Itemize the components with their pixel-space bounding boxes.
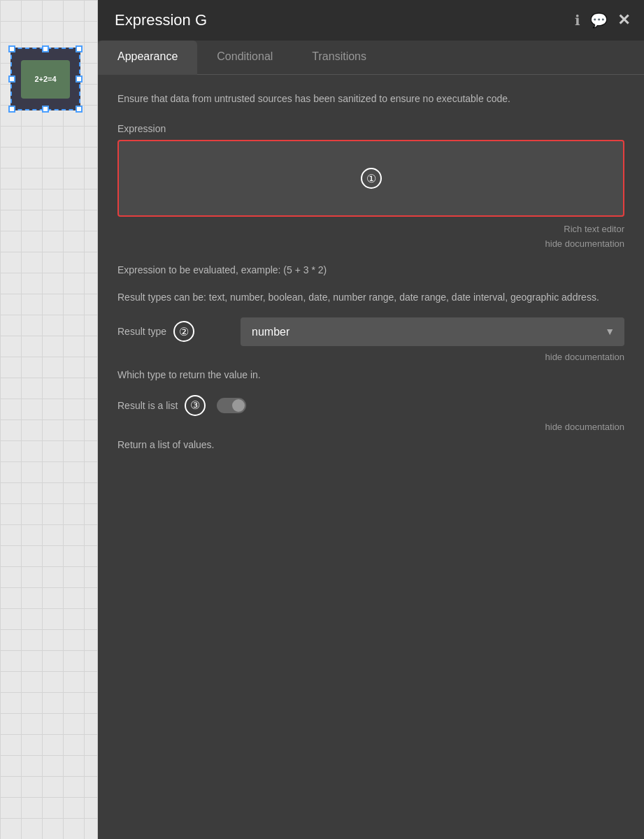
tab-appearance[interactable]: Appearance — [98, 41, 197, 75]
tabs: Appearance Conditional Transitions — [98, 41, 644, 75]
panel-header: Expression G ℹ 💬 ✕ — [98, 0, 644, 41]
result-type-help: Which type to return the value in. — [117, 368, 624, 382]
result-list-label-group: Result is a list ③ — [117, 395, 206, 416]
expression-label: Expression — [117, 123, 624, 134]
panel-title: Expression G — [115, 11, 207, 29]
result-type-doc: hide documentation — [117, 352, 624, 362]
result-type-hide-doc[interactable]: hide documentation — [545, 352, 624, 362]
result-type-circle: ② — [173, 321, 194, 342]
expression-hide-doc-link[interactable]: hide documentation — [117, 237, 624, 252]
info-icon[interactable]: ℹ — [575, 13, 580, 27]
header-icons: ℹ 💬 ✕ — [575, 13, 630, 28]
result-type-label-group: Result type ② — [117, 321, 229, 342]
tab-transitions[interactable]: Transitions — [292, 41, 386, 75]
result-list-doc: hide documentation — [117, 422, 624, 432]
selected-element[interactable]: 2+2=4 — [10, 48, 80, 110]
expression-doc-links: Rich text editor hide documentation — [117, 222, 624, 252]
expression-input-wrapper[interactable]: ① — [117, 140, 624, 217]
resize-handle-mr[interactable] — [76, 76, 83, 83]
result-type-label: Result type — [117, 326, 166, 337]
result-type-row: Result type ② number ▼ — [117, 317, 624, 346]
expression-circle: ① — [361, 168, 382, 189]
result-list-hide-doc[interactable]: hide documentation — [545, 422, 624, 432]
expression-help-1: Expression to be evaluated, example: (5 … — [117, 263, 624, 278]
close-icon[interactable]: ✕ — [617, 13, 630, 28]
result-list-row: Result is a list ③ — [117, 395, 624, 416]
resize-handle-bl[interactable] — [8, 106, 15, 113]
comment-icon[interactable]: 💬 — [590, 13, 608, 27]
properties-panel: Expression G ℹ 💬 ✕ Appearance Conditiona… — [98, 0, 644, 839]
result-list-circle: ③ — [185, 395, 206, 416]
resize-handle-tr[interactable] — [76, 45, 83, 52]
resize-handle-bm[interactable] — [42, 106, 49, 113]
resize-handle-br[interactable] — [76, 106, 83, 113]
warning-text: Ensure that data from untrusted sources … — [117, 92, 624, 106]
element-icon: 2+2=4 — [21, 60, 70, 99]
panel-content: Ensure that data from untrusted sources … — [98, 75, 644, 839]
result-list-help: Return a list of values. — [117, 438, 624, 452]
resize-handle-tm[interactable] — [42, 45, 49, 52]
result-type-select[interactable]: number — [241, 317, 624, 346]
resize-handle-ml[interactable] — [8, 76, 15, 83]
resize-handle-tl[interactable] — [8, 45, 15, 52]
expression-help-2: Result types can be: text, number, boole… — [117, 290, 624, 305]
result-list-toggle[interactable] — [217, 398, 246, 413]
result-list-label: Result is a list — [117, 400, 178, 411]
result-type-select-wrapper: number ▼ — [241, 317, 624, 346]
tab-conditional[interactable]: Conditional — [197, 41, 292, 75]
rich-text-editor-link[interactable]: Rich text editor — [117, 222, 624, 237]
canvas-grid — [0, 0, 97, 839]
canvas-area: 2+2=4 — [0, 0, 98, 839]
toggle-knob — [232, 399, 245, 412]
